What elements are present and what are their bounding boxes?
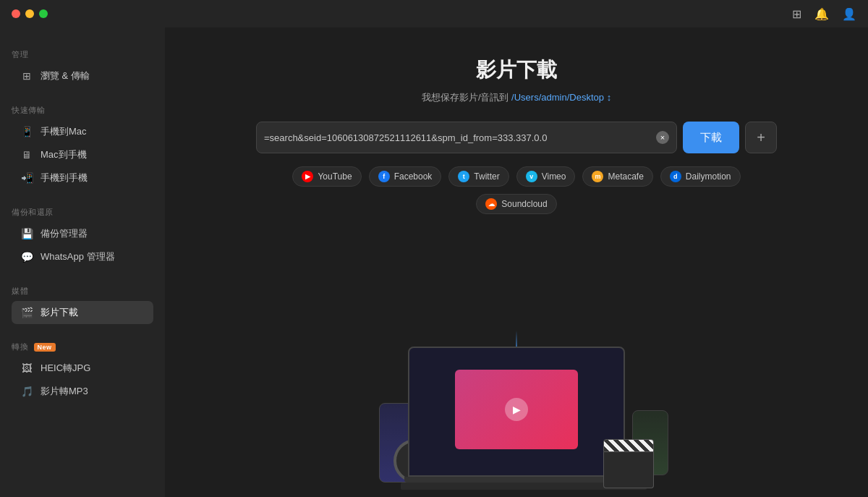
page-subtitle: 我想保存影片/音訊到 /Users/admin/Desktop ↕ bbox=[422, 91, 611, 104]
title-bar-icons: ⊞ 🔔 👤 bbox=[792, 7, 856, 21]
title-bar: ⊞ 🔔 👤 bbox=[0, 0, 868, 27]
twitter-icon: t bbox=[458, 171, 469, 182]
save-path[interactable]: /Users/admin/Desktop bbox=[511, 92, 604, 103]
sidebar-section-manage: 管理 ⊞ 瀏覽 & 傳輸 bbox=[0, 36, 165, 92]
platform-label: Soundcloud bbox=[501, 199, 547, 209]
sidebar-item-phone-to-mac[interactable]: 📱 手機到Mac bbox=[12, 120, 153, 143]
platform-tag-metacafe[interactable]: m Metacafe bbox=[582, 166, 652, 187]
platform-tag-facebook[interactable]: f Facebook bbox=[369, 166, 442, 187]
new-badge: New bbox=[34, 343, 56, 352]
grid-icon: ⊞ bbox=[20, 69, 33, 82]
maximize-button[interactable] bbox=[39, 9, 48, 18]
platform-label: Vimeo bbox=[542, 171, 566, 182]
heic-icon: 🖼 bbox=[20, 362, 33, 375]
monitor-icon: 🖥 bbox=[20, 148, 33, 161]
platform-label: YouTube bbox=[318, 171, 352, 182]
metacafe-icon: m bbox=[592, 171, 603, 182]
platform-label: Twitter bbox=[474, 171, 499, 182]
sidebar-item-phone-to-phone[interactable]: 📲 手機到手機 bbox=[12, 166, 153, 190]
platform-label: Dailymotion bbox=[686, 171, 731, 182]
phone-icon: 📱 bbox=[20, 125, 33, 138]
sidebar-item-label: 手機到手機 bbox=[41, 171, 88, 184]
sidebar-item-label: 手機到Mac bbox=[41, 125, 87, 138]
sidebar-item-mac-to-phone[interactable]: 🖥 Mac到手機 bbox=[12, 143, 153, 166]
sidebar-item-label: 瀏覽 & 傳輸 bbox=[41, 69, 90, 82]
platform-tag-youtube[interactable]: ▶ YouTube bbox=[292, 166, 361, 187]
platform-tag-dailymotion[interactable]: d Dailymotion bbox=[660, 166, 741, 187]
dailymotion-icon: d bbox=[670, 171, 681, 182]
clapperboard bbox=[603, 439, 654, 490]
sidebar-item-heic-jpg[interactable]: 🖼 HEIC轉JPG bbox=[12, 357, 153, 380]
sidebar-item-label: WhatsApp 管理器 bbox=[41, 250, 115, 263]
soundcloud-icon: ☁ bbox=[485, 198, 497, 210]
section-title-media: 媒體 bbox=[12, 286, 153, 297]
sidebar-section-quick-transfer: 快速傳輸 📱 手機到Mac 🖥 Mac到手機 📲 手機到手機 bbox=[0, 92, 165, 194]
youtube-icon: ▶ bbox=[302, 171, 313, 182]
mp3-icon: 🎵 bbox=[20, 385, 33, 398]
add-url-button[interactable]: + bbox=[745, 122, 777, 153]
url-clear-button[interactable]: × bbox=[656, 131, 669, 144]
section-title-backup: 備份和還原 bbox=[12, 207, 153, 218]
profile-icon[interactable]: 👤 bbox=[842, 7, 856, 21]
platform-tag-soundcloud[interactable]: ☁ Soundcloud bbox=[476, 194, 556, 214]
grid-icon[interactable]: ⊞ bbox=[792, 7, 801, 21]
video-icon: 🎬 bbox=[20, 306, 33, 319]
platform-tag-vimeo[interactable]: v Vimeo bbox=[516, 166, 576, 187]
minimize-button[interactable] bbox=[25, 9, 34, 18]
bell-icon[interactable]: 🔔 bbox=[814, 7, 829, 21]
vimeo-icon: v bbox=[526, 171, 537, 182]
phones-icon: 📲 bbox=[20, 171, 33, 184]
sidebar-section-media: 媒體 🎬 影片下載 bbox=[0, 273, 165, 328]
download-button[interactable]: 下載 bbox=[683, 122, 739, 153]
section-title-manage: 管理 bbox=[12, 49, 153, 60]
section-title-quick: 快速傳輸 bbox=[12, 105, 153, 116]
path-arrow: ↕ bbox=[607, 92, 612, 103]
video-card: ▶ bbox=[455, 370, 578, 449]
subtitle-prefix: 我想保存影片/音訊到 bbox=[422, 92, 511, 103]
facebook-icon: f bbox=[378, 171, 390, 182]
section-title-convert: 轉換 New bbox=[12, 341, 153, 352]
backup-icon: 💾 bbox=[20, 227, 33, 240]
page-title: 影片下載 bbox=[422, 56, 611, 84]
sidebar-item-whatsapp-manager[interactable]: 💬 WhatsApp 管理器 bbox=[12, 245, 153, 268]
sidebar-item-browse-transfer[interactable]: ⊞ 瀏覽 & 傳輸 bbox=[12, 64, 153, 88]
sidebar-item-label: Mac到手機 bbox=[41, 148, 87, 161]
main-content: 影片下載 我想保存影片/音訊到 /Users/admin/Desktop ↕ ×… bbox=[165, 0, 868, 497]
url-input[interactable] bbox=[264, 132, 656, 143]
whatsapp-icon: 💬 bbox=[20, 250, 33, 263]
sidebar-section-convert: 轉換 New 🖼 HEIC轉JPG 🎵 影片轉MP3 bbox=[0, 328, 165, 407]
sidebar-item-label: 備份管理器 bbox=[41, 227, 88, 240]
sidebar-item-video-download[interactable]: 🎬 影片下載 bbox=[12, 301, 153, 324]
sidebar: 管理 ⊞ 瀏覽 & 傳輸 快速傳輸 📱 手機到Mac 🖥 Mac到手機 📲 手機… bbox=[0, 0, 165, 497]
sidebar-section-backup: 備份和還原 💾 備份管理器 💬 WhatsApp 管理器 bbox=[0, 194, 165, 273]
illustration: ▶ bbox=[336, 331, 697, 497]
illustration-area: ▶ bbox=[165, 323, 868, 497]
sidebar-item-label: 影片轉MP3 bbox=[41, 385, 88, 398]
traffic-lights bbox=[12, 9, 48, 18]
platform-tag-twitter[interactable]: t Twitter bbox=[448, 166, 509, 187]
url-input-wrapper: × bbox=[256, 122, 677, 153]
sidebar-item-label: 影片下載 bbox=[41, 306, 78, 319]
sidebar-item-backup-manager[interactable]: 💾 備份管理器 bbox=[12, 222, 153, 245]
sidebar-item-video-mp3[interactable]: 🎵 影片轉MP3 bbox=[12, 380, 153, 403]
platform-label: Facebook bbox=[394, 171, 433, 182]
platform-row: ▶ YouTube f Facebook t Twitter v Vimeo m… bbox=[256, 166, 777, 214]
laptop: ▶ bbox=[401, 347, 632, 490]
sidebar-item-label: HEIC轉JPG bbox=[41, 362, 90, 375]
url-row: × 下載 + bbox=[256, 122, 777, 153]
page-header: 影片下載 我想保存影片/音訊到 /Users/admin/Desktop ↕ bbox=[422, 56, 611, 104]
platform-label: Metacafe bbox=[608, 171, 643, 182]
close-button[interactable] bbox=[12, 9, 20, 18]
play-icon: ▶ bbox=[505, 398, 528, 421]
